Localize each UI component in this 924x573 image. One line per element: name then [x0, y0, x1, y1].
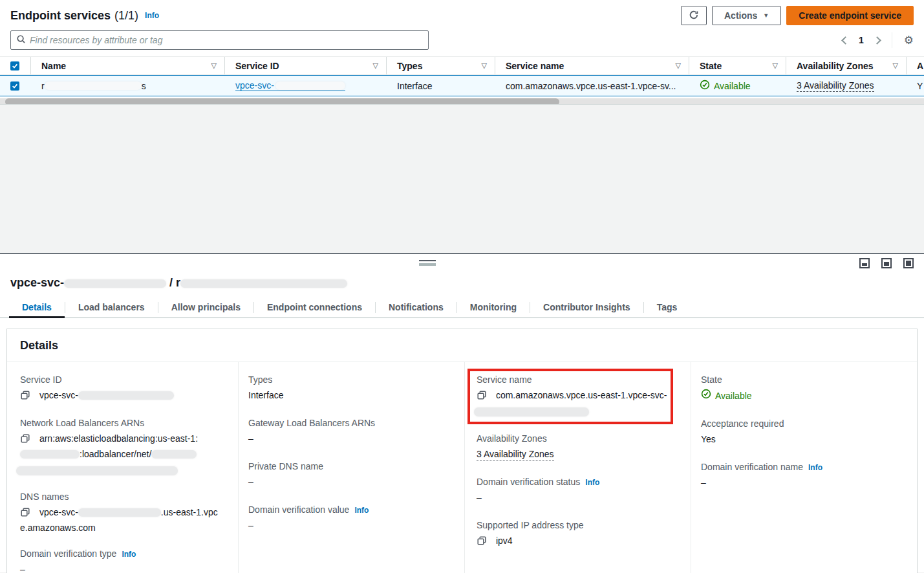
tab-tags[interactable]: Tags [644, 297, 691, 318]
select-all-cell [0, 57, 31, 74]
info-link[interactable]: Info [808, 463, 822, 472]
copy-icon[interactable] [20, 509, 33, 519]
details-column-3: Service name com.amazonaws.vpce.us-east-… [464, 362, 691, 573]
column-header-service-name[interactable]: Service name▽ [495, 57, 689, 74]
filter-icon[interactable]: ▽ [893, 61, 898, 70]
create-label: Create endpoint service [799, 10, 901, 21]
column-header-service-id[interactable]: Service ID▽ [225, 57, 387, 74]
panel-layout-bottom-icon[interactable] [859, 258, 870, 268]
field-availability-zones: Availability Zones 3 Availability Zones [477, 433, 680, 461]
service-id-link[interactable]: vpce-svc- [235, 80, 345, 91]
redacted-text [474, 407, 589, 416]
row-service-id: vpce-svc- [225, 76, 387, 96]
details-column-2: Types Interface Gateway Load Balancers A… [238, 362, 464, 573]
settings-button[interactable]: ⚙ [904, 35, 914, 46]
actions-button[interactable]: Actions ▼ [712, 6, 781, 25]
search-input[interactable] [30, 35, 423, 45]
copy-icon[interactable] [20, 435, 33, 446]
filter-icon[interactable]: ▽ [211, 61, 217, 70]
table-empty-area [0, 105, 924, 253]
tab-monitoring[interactable]: Monitoring [457, 297, 530, 318]
column-header-types[interactable]: Types▽ [387, 57, 495, 74]
filter-icon[interactable]: ▽ [676, 61, 681, 70]
table-header: Name▽ Service ID▽ Types▽ Service name▽ S… [0, 56, 924, 75]
copy-icon[interactable] [477, 537, 489, 548]
resource-count: (1/1) [114, 9, 138, 23]
column-header-availability-zones[interactable]: Availability Zones▽ [786, 57, 907, 74]
column-header-acceptance[interactable]: A [907, 57, 924, 74]
refresh-button[interactable] [681, 6, 707, 25]
page-number[interactable]: 1 [857, 35, 865, 45]
info-link[interactable]: Info [354, 506, 369, 515]
info-link[interactable]: Info [145, 11, 159, 20]
divider [892, 32, 892, 48]
tab-contributor-insights[interactable]: Contributor Insights [530, 297, 643, 318]
info-link[interactable]: Info [122, 550, 136, 559]
field-service-name: Service name com.amazonaws.vpce.us-east-… [477, 374, 665, 417]
search-icon [16, 34, 26, 46]
redacted-text [78, 508, 161, 517]
field-service-id: Service ID vpce-svc- [20, 374, 228, 404]
details-column-1: Service ID vpce-svc- Network Load Balanc… [7, 362, 238, 573]
field-private-dns-name: Private DNS name – [248, 461, 454, 489]
availability-zones-link[interactable]: 3 Availability Zones [797, 80, 874, 92]
caret-down-icon: ▼ [763, 12, 769, 19]
row-availability-zones: 3 Availability Zones [786, 76, 907, 96]
panel-tabs: Details Load balancers Allow principals … [0, 297, 924, 318]
row-name: rs [31, 76, 225, 96]
redacted-text [64, 279, 166, 288]
field-glb-arns: Gateway Load Balancers ARNs – [248, 418, 454, 446]
endpoint-services-section: Endpoint services (1/1) Info Actions ▼ C… [0, 0, 924, 105]
field-dns-names: DNS names vpce-svc-.us-east-1.vpce.amazo… [20, 492, 228, 535]
filter-icon[interactable]: ▽ [482, 61, 487, 70]
search-box[interactable] [10, 30, 429, 50]
redacted-text [78, 391, 174, 400]
select-all-checkbox[interactable] [10, 61, 19, 70]
row-state: Available [689, 76, 786, 96]
tab-endpoint-connections[interactable]: Endpoint connections [254, 297, 375, 318]
field-nlb-arns: Network Load Balancers ARNs arn:aws:elas… [20, 418, 228, 478]
tab-notifications[interactable]: Notifications [376, 297, 457, 318]
scrollbar-thumb[interactable] [5, 98, 559, 105]
field-domain-verification-value: Domain verification valueInfo – [248, 504, 454, 532]
redacted-text [151, 450, 197, 459]
page-title: Endpoint services [10, 9, 111, 23]
redacted-text [275, 81, 345, 90]
filter-row: 1 ⚙ [0, 28, 924, 56]
split-panel: vpce-svc- / r Details Load balancers All… [0, 253, 924, 572]
redacted-text [180, 279, 347, 288]
filter-icon[interactable]: ▽ [373, 61, 378, 70]
table-row[interactable]: rs vpce-svc- Interface com.amazonaws.vpc… [0, 75, 924, 96]
tab-allow-principals[interactable]: Allow principals [158, 297, 253, 318]
prev-page-button[interactable] [841, 36, 850, 45]
availability-zones-link[interactable]: 3 Availability Zones [477, 449, 554, 460]
column-header-name[interactable]: Name▽ [31, 57, 225, 74]
row-checkbox[interactable] [10, 81, 19, 91]
copy-icon[interactable] [20, 392, 33, 402]
panel-layout-full-icon[interactable] [903, 258, 914, 268]
row-acceptance: Y [907, 76, 924, 96]
splitter-row [0, 254, 924, 272]
check-circle-icon [700, 80, 710, 92]
tab-details[interactable]: Details [9, 297, 65, 318]
next-page-button[interactable] [873, 36, 881, 45]
drag-handle-icon[interactable] [419, 260, 436, 266]
panel-layout-split-icon[interactable] [881, 258, 892, 268]
check-circle-icon [701, 389, 711, 403]
actions-label: Actions [724, 10, 757, 21]
panel-title: vpce-svc- / r [0, 272, 924, 297]
filter-icon[interactable]: ▽ [773, 61, 778, 70]
details-card: Details Service ID vpce-svc- Network Loa… [6, 329, 918, 573]
field-acceptance-required: Acceptance required Yes [701, 418, 907, 446]
column-header-state[interactable]: State▽ [689, 57, 786, 74]
horizontal-scrollbar[interactable] [0, 98, 924, 105]
info-link[interactable]: Info [585, 478, 599, 487]
copy-icon[interactable] [477, 392, 489, 402]
resource-header: Endpoint services (1/1) Info Actions ▼ C… [0, 0, 924, 28]
tab-load-balancers[interactable]: Load balancers [65, 297, 158, 318]
field-domain-verification-status: Domain verification statusInfo – [477, 477, 680, 504]
field-domain-verification-name: Domain verification nameInfo – [701, 462, 907, 490]
details-heading: Details [7, 329, 917, 362]
redacted-text [45, 81, 142, 90]
create-endpoint-service-button[interactable]: Create endpoint service [786, 6, 914, 25]
